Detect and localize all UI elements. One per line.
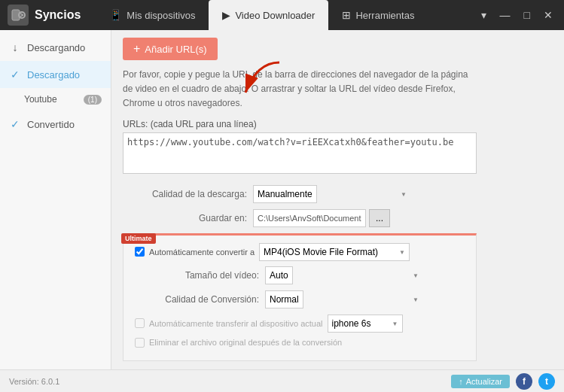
minimize-btn[interactable]: — [496,8,514,23]
save-path-input[interactable] [253,209,366,227]
tab-tools[interactable]: ⊞ Herramientas [328,0,428,30]
sidebar-item-converted[interactable]: ✓ Convertido [0,111,111,138]
devices-icon: 📱 [109,9,122,21]
sidebar-downloading-label: Descargando [27,42,102,53]
save-path-group: ... [253,209,390,227]
logo-icon [8,5,29,26]
update-label: Actualizar [466,377,502,386]
downloader-icon: ▶ [222,9,230,21]
title-bar: Syncios 📱 Mis dispositivos ▶ Video Downl… [0,0,564,30]
device-select[interactable]: iphone 6s [328,315,403,333]
quality-select-wrapper: Manualmente [253,185,411,203]
auto-transfer-checkbox[interactable] [135,318,145,328]
app-logo: Syncios [8,5,81,26]
auto-convert-checkbox[interactable] [135,247,145,257]
format-select[interactable]: MP4(iOS Movie File Format) [259,243,410,261]
convert-quality-label: Calidad de Conversión: [135,294,259,305]
auto-convert-row: Automáticamente convertir a MP4(iOS Movi… [135,243,465,261]
nav-tabs: 📱 Mis dispositivos ▶ Video Downloader ⊞ … [96,0,477,30]
version-label: Versión: 6.0.1 [9,377,59,386]
sidebar-item-downloaded[interactable]: ✓ Descargado [0,61,111,88]
twitter-label: t [545,376,548,387]
convert-quality-select-wrapper: Normal [265,290,423,308]
tools-icon: ⊞ [342,9,351,21]
youtube-badge: (1) [84,95,102,105]
quality-select[interactable]: Manualmente [253,185,317,203]
twitter-icon[interactable]: t [538,373,555,390]
close-btn[interactable]: ✕ [540,8,556,23]
tab-downloader-label: Video Downloader [235,10,315,21]
description-text: Por favor, copie y pegue la URL de la ba… [123,68,469,111]
format-select-wrapper: MP4(iOS Movie File Format) [259,243,410,261]
status-right: ↑ Actualizar f t [451,373,555,390]
auto-convert-label: Automáticamente convertir a [149,248,255,257]
video-size-select[interactable]: Auto [265,266,293,284]
save-path-row: Guardar en: ... [123,209,553,227]
delete-original-label: Eliminar el archivo original después de … [149,338,342,347]
convert-quality-row: Calidad de Conversión: Normal [135,290,465,308]
update-icon: ↑ [459,377,463,386]
save-label: Guardar en: [123,213,247,223]
downloaded-icon: ✓ [9,68,21,81]
sidebar-downloaded-label: Descargado [27,69,102,81]
quality-label: Calidad de la descarga: [123,189,247,199]
device-select-wrapper: iphone 6s [328,315,403,333]
window-controls: ▾ — □ ✕ [477,8,556,23]
downloading-icon: ↓ [9,41,21,53]
add-url-label: Añadir URL(s) [145,44,206,55]
convert-quality-select[interactable]: Normal [265,290,303,308]
url-input[interactable] [123,132,477,174]
sidebar-item-youtube[interactable]: Youtube (1) [15,88,111,111]
main-container: ↓ Descargando ✓ Descargado Youtube (1) ✓… [0,30,564,369]
video-size-row: Tamaño del vídeo: Auto [135,266,465,284]
video-size-select-wrapper: Auto [265,266,423,284]
auto-transfer-label: Automáticamente transferir al dispositiv… [149,319,323,328]
app-title: Syncios [35,8,81,22]
delete-original-checkbox[interactable] [135,338,145,348]
tab-tools-label: Herramientas [355,10,414,21]
status-bar: Versión: 6.0.1 ↑ Actualizar f t [0,369,564,392]
content-area: Añadir URL(s) Por favor, copie y pegue l… [111,30,564,369]
video-size-label: Tamaño del vídeo: [135,270,259,281]
svg-line-3 [20,15,23,17]
add-url-button[interactable]: Añadir URL(s) [123,38,218,60]
ultimate-section: Ultimate Automáticamente convertir a MP4… [123,233,477,361]
dropdown-ctrl[interactable]: ▾ [477,8,490,23]
sidebar-sub: Youtube (1) [0,88,111,111]
ultimate-badge: Ultimate [121,233,156,244]
facebook-icon[interactable]: f [516,373,532,390]
auto-transfer-row: Automáticamente transferir al dispositiv… [135,315,465,333]
youtube-label: Youtube [24,94,57,105]
sidebar: ↓ Descargando ✓ Descargado Youtube (1) ✓… [0,30,111,369]
url-section: URLs: (cada URL para una línea) [123,119,553,176]
delete-original-row: Eliminar el archivo original después de … [135,338,465,348]
sidebar-converted-label: Convertido [27,119,102,130]
facebook-label: f [523,376,526,387]
tab-downloader[interactable]: ▶ Video Downloader [209,0,328,30]
browse-button[interactable]: ... [369,209,390,227]
tab-devices[interactable]: 📱 Mis dispositivos [96,0,209,30]
tab-devices-label: Mis dispositivos [127,10,195,21]
quality-row: Calidad de la descarga: Manualmente [123,185,553,203]
url-label: URLs: (cada URL para una línea) [123,119,553,129]
update-button[interactable]: ↑ Actualizar [451,375,510,388]
maximize-btn[interactable]: □ [520,8,534,23]
sidebar-item-downloading[interactable]: ↓ Descargando [0,34,111,61]
converted-icon: ✓ [9,118,21,130]
